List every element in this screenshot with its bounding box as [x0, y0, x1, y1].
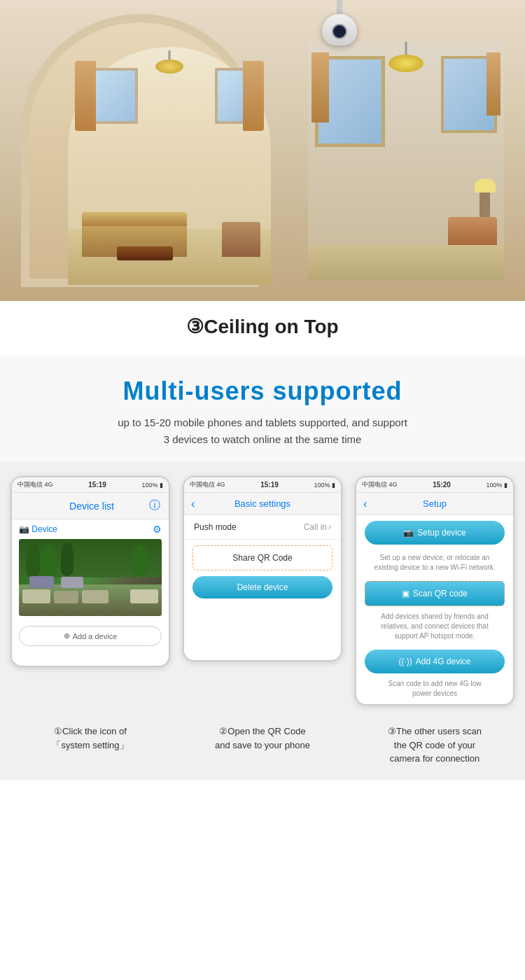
phone3-status-bar: 中国电信 4G 15:20 100% ▮ — [356, 477, 513, 493]
device-label-row: 📷 Device ⚙ — [19, 524, 162, 535]
phone3-time: 15:20 — [433, 481, 451, 489]
call-in-label: Call in — [304, 522, 327, 532]
scan-qr-desc: Add devices shared by friends andrelativ… — [356, 609, 513, 647]
phone3-back-icon[interactable]: ‹ — [363, 498, 367, 510]
ceiling-label: ③Ceiling on Top — [0, 301, 525, 356]
share-qr-label: Share QR Code — [232, 553, 292, 563]
phone1-status-bar: 中国电信 4G 15:19 100% ▮ — [12, 477, 169, 493]
plus-icon: ⊕ — [64, 631, 70, 640]
phone3-battery: 100% ▮ — [486, 482, 507, 489]
settings-gear-icon[interactable]: ⚙ — [153, 524, 162, 535]
phone2-carrier: 中国电信 4G — [190, 480, 225, 489]
add-device-button[interactable]: ⊕ Add a device — [19, 626, 162, 646]
device-section: 📷 Device ⚙ — [12, 519, 169, 620]
step2-label: ②Open the QR Codeand save to your phone — [183, 724, 342, 766]
add-4g-button[interactable]: ((·)) Add 4G device — [365, 650, 505, 673]
delete-device-button[interactable]: Delete device — [192, 576, 332, 598]
camera-feed — [19, 539, 162, 616]
step1-label: ①Click the icon of「system setting」 — [10, 724, 170, 766]
phone3-header: ‹ Setup — [356, 493, 513, 515]
phone1-time: 15:19 — [88, 481, 106, 489]
push-mode-row: Push mode Call in › — [184, 515, 341, 540]
phone2-time: 15:19 — [260, 481, 279, 489]
phone1-battery: 100% ▮ — [141, 482, 163, 489]
push-mode-label: Push mode — [194, 522, 237, 532]
section-title: Ceiling on Top — [204, 316, 338, 337]
webcam-icon: 📷 — [403, 528, 414, 538]
hero-image — [0, 0, 525, 301]
add-4g-label: Add 4G device — [416, 657, 471, 666]
phone2-header: ‹ Basic settings — [184, 493, 341, 515]
phone3-title: Setup — [423, 498, 447, 509]
setup-device-desc: Set up a new device, or relocate anexist… — [356, 550, 513, 578]
chevron-right-icon: › — [328, 522, 331, 532]
scan-qr-button[interactable]: ▣ Scan QR code — [365, 581, 505, 606]
phone3-carrier: 中国电信 4G — [362, 480, 398, 489]
multi-users-section: Multi-users supported up to 15-20 mobile… — [0, 356, 525, 462]
add-4g-desc: Scan code to add new 4G lowpower devices — [356, 676, 513, 704]
wifi-icon: ((·)) — [398, 657, 412, 666]
multi-users-title: Multi-users supported — [14, 377, 511, 406]
call-in-value: Call in › — [304, 522, 331, 532]
delete-device-label: Delete device — [237, 582, 288, 592]
phones-row: 中国电信 4G 15:19 100% ▮ Device list ⓘ 📷 Dev… — [0, 462, 525, 716]
phone2-status-bar: 中国电信 4G 15:19 100% ▮ — [184, 477, 341, 493]
phone2-title: Basic settings — [234, 498, 290, 509]
share-qr-container: Share QR Code — [192, 545, 332, 570]
phone1-carrier: 中国电信 4G — [18, 480, 53, 489]
phone2-battery: 100% ▮ — [314, 482, 335, 489]
section-number: ③ — [186, 316, 204, 337]
scan-qr-container: ▣ Scan QR code — [365, 581, 505, 606]
phone-mockup-2: 中国电信 4G 15:19 100% ▮ ‹ Basic settings Pu… — [183, 476, 342, 662]
scan-icon: ▣ — [402, 589, 410, 598]
scan-qr-label: Scan QR code — [413, 589, 468, 598]
back-icon[interactable]: ‹ — [191, 498, 195, 510]
info-icon[interactable]: ⓘ — [149, 498, 160, 513]
step-labels-row: ①Click the icon of「system setting」 ②Open… — [0, 716, 525, 780]
phone-mockup-1: 中国电信 4G 15:19 100% ▮ Device list ⓘ 📷 Dev… — [10, 476, 170, 667]
camera-device — [315, 0, 364, 56]
phone1-title: Device list — [69, 500, 114, 512]
setup-device-button[interactable]: 📷 Setup device — [365, 521, 505, 545]
device-icon: 📷 Device — [19, 524, 57, 534]
phone-mockup-3: 中国电信 4G 15:20 100% ▮ ‹ Setup 📷 Setup dev… — [355, 476, 514, 706]
setup-device-label: Setup device — [417, 528, 465, 538]
multi-users-subtitle: up to 15-20 mobile phones and tablets su… — [14, 414, 511, 448]
share-qr-button[interactable]: Share QR Code — [192, 545, 332, 570]
arch-decoration — [21, 14, 259, 287]
add-device-label: Add a device — [73, 632, 118, 640]
step3-label: ③The other users scanthe QR code of your… — [355, 724, 514, 766]
phone1-header: Device list ⓘ — [12, 493, 169, 519]
